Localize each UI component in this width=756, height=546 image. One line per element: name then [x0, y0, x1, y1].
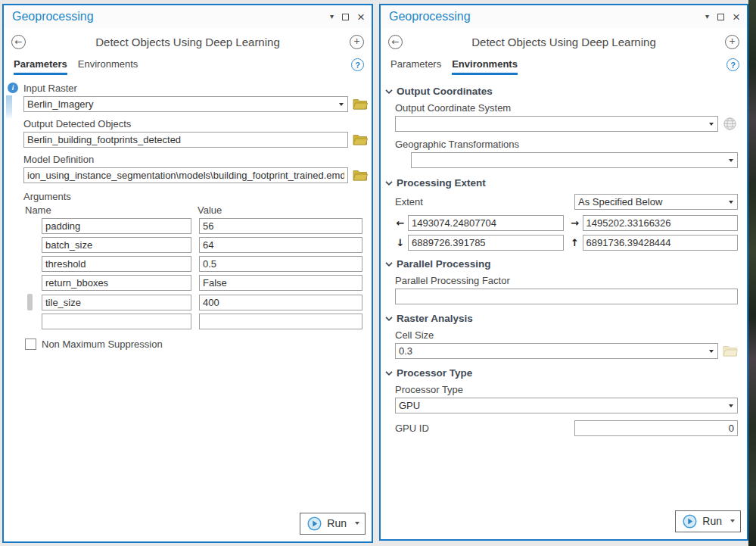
argument-name-input[interactable]	[42, 237, 191, 253]
extent-xmin-input[interactable]	[408, 215, 564, 231]
globe-icon	[723, 117, 737, 131]
gpu-id-input[interactable]	[574, 420, 738, 436]
extent-ymin-input[interactable]	[408, 235, 564, 251]
extent-mode-input[interactable]	[574, 194, 738, 210]
argument-value-input[interactable]	[199, 295, 362, 310]
nms-checkbox[interactable]	[25, 339, 36, 350]
input-raster-input[interactable]	[23, 96, 348, 112]
argument-name-input[interactable]	[42, 314, 191, 329]
input-raster-block: i Input Raster	[23, 83, 368, 112]
ocs-combo[interactable]	[395, 116, 718, 132]
browse-input-raster-button[interactable]	[353, 98, 368, 110]
folder-icon	[353, 170, 368, 181]
chevron-down-icon[interactable]	[729, 201, 733, 204]
nms-label: Non Maximum Suppression	[42, 339, 163, 350]
argument-name-input[interactable]	[42, 218, 191, 234]
info-icon[interactable]: i	[8, 83, 18, 93]
tab-parameters[interactable]: Parameters	[14, 58, 67, 75]
section-processing-extent[interactable]: Processing Extent	[385, 177, 738, 189]
browse-model-button[interactable]	[353, 170, 368, 181]
pane-title: Geoprocessing	[389, 10, 705, 23]
ppf-label: Parallel Processing Factor	[395, 275, 738, 287]
run-options-caret[interactable]	[730, 519, 735, 523]
cell-size-label: Cell Size	[395, 329, 738, 342]
argument-value-input[interactable]	[199, 275, 362, 291]
model-definition-input[interactable]	[23, 167, 348, 183]
extent-ymax-input[interactable]	[583, 235, 739, 251]
close-pane-icon[interactable]: ×	[733, 11, 740, 23]
output-detected-input[interactable]	[23, 132, 348, 148]
chevron-down-icon[interactable]	[709, 123, 714, 126]
chevron-down-icon	[385, 89, 393, 95]
argument-value-input[interactable]	[199, 314, 362, 329]
input-raster-combo[interactable]	[23, 96, 348, 112]
section-raster-analysis[interactable]: Raster Analysis	[385, 313, 738, 324]
back-button[interactable]: ←	[11, 35, 26, 49]
chevron-down-icon[interactable]	[709, 350, 714, 353]
collapse-pane-icon[interactable]: ▾	[705, 13, 709, 20]
processor-type-input[interactable]	[395, 398, 738, 413]
tool-header: ← Detect Objects Using Deep Learning +	[4, 28, 372, 55]
run-button[interactable]: Run	[675, 510, 741, 532]
argument-value-input[interactable]	[199, 256, 362, 272]
active-parameter-bar	[6, 95, 12, 120]
model-definition-label: Model Definition	[23, 154, 368, 166]
tab-environments[interactable]: Environments	[452, 58, 518, 75]
argument-name-input[interactable]	[42, 275, 191, 291]
gt-input[interactable]	[411, 152, 738, 168]
run-options-caret[interactable]	[355, 522, 359, 525]
select-coordinate-system-button[interactable]	[723, 117, 738, 131]
open-new-tool-button[interactable]: +	[350, 35, 364, 49]
gt-label: Geographic Transformations	[395, 139, 738, 151]
chevron-down-icon[interactable]	[729, 159, 733, 162]
chevron-down-icon[interactable]	[339, 103, 344, 106]
tab-parameters[interactable]: Parameters	[390, 58, 441, 73]
argument-value-input[interactable]	[199, 237, 362, 253]
run-button[interactable]: Run	[300, 513, 366, 535]
open-new-tool-button[interactable]: +	[725, 35, 739, 49]
extent-block: Extent ← → ↓ ↑	[395, 194, 738, 251]
ocs-input[interactable]	[395, 116, 718, 132]
processor-type-label: Processor Type	[395, 384, 738, 396]
tab-environments[interactable]: Environments	[78, 58, 138, 73]
browse-cell-size-button[interactable]	[723, 345, 738, 357]
help-icon[interactable]: ?	[351, 58, 364, 71]
extent-xmax-input[interactable]	[583, 215, 739, 231]
processor-type-combo[interactable]	[395, 398, 738, 413]
argument-row	[23, 314, 368, 329]
play-icon	[307, 516, 322, 531]
geoprocessing-pane-parameters: Geoprocessing ▾ × ← Detect Objects Using…	[2, 4, 373, 543]
arrow-right-icon: →	[570, 217, 580, 229]
collapse-pane-icon[interactable]: ▾	[330, 13, 334, 20]
dock-pane-icon[interactable]	[342, 14, 349, 20]
folder-icon	[353, 134, 368, 145]
help-icon[interactable]: ?	[726, 58, 739, 71]
cell-size-block: Cell Size	[395, 329, 738, 359]
argument-name-input[interactable]	[42, 295, 191, 310]
arguments-label: Arguments	[23, 191, 368, 203]
chevron-down-icon[interactable]	[729, 404, 733, 407]
dock-pane-icon[interactable]	[717, 14, 724, 20]
pane-footer: Run	[381, 509, 747, 539]
browse-output-button[interactable]	[353, 134, 368, 145]
cell-size-combo[interactable]	[395, 343, 718, 359]
arguments-name-header: Name	[25, 204, 191, 217]
folder-icon	[353, 98, 368, 110]
ocs-label: Output Coordinate System	[395, 102, 738, 114]
section-parallel-processing[interactable]: Parallel Processing	[385, 258, 738, 270]
close-pane-icon[interactable]: ×	[357, 11, 365, 23]
cell-size-input[interactable]	[395, 343, 718, 359]
environments-content: Output Coordinates Output Coordinate Sys…	[381, 75, 747, 509]
back-button[interactable]: ←	[388, 35, 403, 49]
argument-name-input[interactable]	[42, 256, 191, 272]
argument-row	[23, 218, 368, 234]
gt-combo[interactable]	[411, 152, 738, 168]
ppf-input[interactable]	[395, 289, 738, 304]
chevron-down-icon	[385, 316, 393, 322]
section-processor-type[interactable]: Processor Type	[385, 367, 738, 379]
row-drag-handle[interactable]	[27, 294, 33, 310]
argument-value-input[interactable]	[199, 218, 362, 234]
extent-mode-combo[interactable]	[574, 194, 738, 210]
pane-footer: Run	[4, 511, 372, 541]
section-output-coordinates[interactable]: Output Coordinates	[385, 86, 738, 97]
